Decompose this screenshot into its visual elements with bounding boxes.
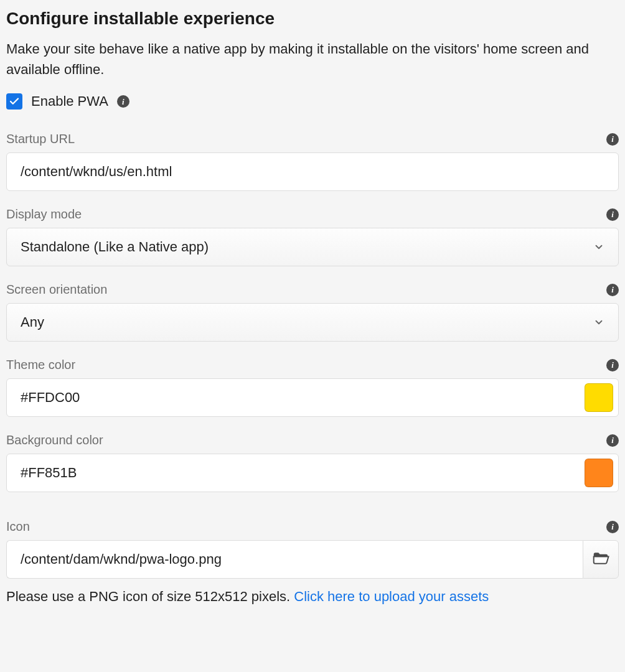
display-mode-value: Standalone (Like a Native app)	[21, 239, 209, 255]
display-mode-label: Display mode	[6, 207, 82, 222]
theme-color-value: #FFDC00	[21, 390, 80, 406]
screen-orientation-label: Screen orientation	[6, 282, 107, 297]
icon-hint-text: Please use a PNG icon of size 512x512 pi…	[6, 589, 294, 604]
info-icon[interactable]: i	[606, 434, 619, 447]
background-color-swatch[interactable]	[585, 459, 613, 487]
icon-input[interactable]: /content/dam/wknd/pwa-logo.png	[6, 540, 583, 579]
startup-url-label: Startup URL	[6, 132, 75, 146]
theme-color-input[interactable]: #FFDC00	[6, 378, 619, 417]
info-icon[interactable]: i	[606, 208, 619, 221]
theme-color-label: Theme color	[6, 358, 75, 372]
enable-pwa-row: Enable PWA i	[6, 93, 619, 110]
upload-assets-link[interactable]: Click here to upload your assets	[294, 589, 489, 604]
info-icon[interactable]: i	[606, 284, 619, 296]
info-icon[interactable]: i	[606, 521, 619, 533]
background-color-input[interactable]: #FF851B	[6, 454, 619, 492]
info-icon[interactable]: i	[606, 133, 619, 146]
screen-orientation-select[interactable]: Any	[6, 303, 619, 342]
screen-orientation-value: Any	[21, 314, 44, 330]
field-theme-color: Theme color i #FFDC00	[6, 358, 619, 417]
browse-button[interactable]	[583, 540, 619, 579]
icon-hint: Please use a PNG icon of size 512x512 pi…	[6, 589, 619, 605]
display-mode-select[interactable]: Standalone (Like a Native app)	[6, 228, 619, 266]
enable-pwa-checkbox[interactable]	[6, 93, 22, 110]
theme-color-swatch[interactable]	[585, 383, 613, 412]
field-startup-url: Startup URL i /content/wknd/us/en.html	[6, 132, 619, 191]
info-icon[interactable]: i	[117, 95, 129, 108]
enable-pwa-label: Enable PWA	[31, 93, 108, 110]
startup-url-input[interactable]: /content/wknd/us/en.html	[6, 152, 619, 191]
chevron-down-icon	[593, 241, 604, 253]
page-description: Make your site behave like a native app …	[6, 39, 619, 80]
page-title: Configure installable experience	[6, 9, 619, 29]
info-icon[interactable]: i	[606, 359, 619, 371]
field-icon: Icon i /content/dam/wknd/pwa-logo.png	[6, 520, 619, 579]
folder-open-icon	[591, 549, 610, 570]
field-background-color: Background color i #FF851B	[6, 433, 619, 492]
background-color-value: #FF851B	[21, 465, 77, 481]
field-display-mode: Display mode i Standalone (Like a Native…	[6, 207, 619, 266]
background-color-label: Background color	[6, 433, 103, 447]
field-screen-orientation: Screen orientation i Any	[6, 282, 619, 342]
chevron-down-icon	[593, 317, 604, 328]
icon-label: Icon	[6, 520, 30, 534]
